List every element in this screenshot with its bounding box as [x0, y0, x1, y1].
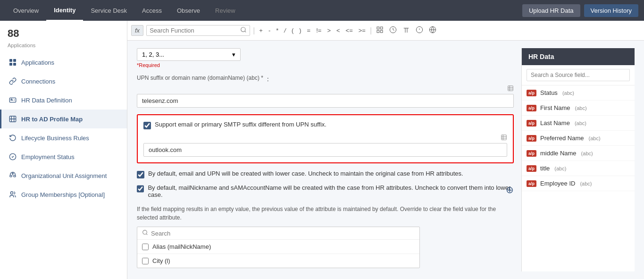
text-icon[interactable] [401, 25, 411, 36]
hr-field-item[interactable]: a/p Status (abc) [522, 85, 635, 101]
op-minus[interactable]: - [267, 26, 272, 35]
table-icon2[interactable] [501, 134, 507, 142]
op-neq[interactable]: != [315, 26, 323, 35]
smtp-checkbox[interactable] [143, 122, 151, 129]
svg-point-7 [12, 173, 14, 174]
hr-panel-title: HR Data [522, 48, 635, 65]
email-input[interactable] [143, 143, 507, 157]
plus-icon[interactable]: ⊕ [506, 184, 514, 195]
nav-overview[interactable]: Overview [6, 0, 46, 21]
upn-input[interactable] [137, 94, 514, 108]
alias-checkbox[interactable] [142, 244, 149, 250]
dropdown-row: 1, 2, 3... ▾ *Required [137, 48, 514, 68]
sidebar-item-label: HR to AD Profile Map [21, 116, 83, 123]
lowercase-checkbox[interactable] [137, 171, 144, 178]
special-icon[interactable] [427, 25, 438, 36]
form-area: 1, 2, 3... ▾ *Required UPN suffix or dom… [127, 41, 644, 279]
hr-field-name: First Name [540, 104, 570, 111]
city-checkbox[interactable] [142, 258, 149, 264]
info-icon[interactable] [414, 25, 425, 36]
hr-field-name: Preferred Name [540, 135, 584, 142]
version-history-button[interactable]: Version History [584, 4, 638, 17]
nav-identity[interactable]: Identity [46, 0, 83, 21]
op-lt[interactable]: < [335, 26, 342, 35]
hr-field-name: Employee ID [540, 180, 575, 187]
formula-bar: fx | + - * / ( ) = != > < <= >= | [127, 21, 644, 41]
sidebar-item-group-memberships[interactable]: Group Memberships [Optional] [0, 185, 127, 204]
op-lte[interactable]: <= [344, 26, 354, 35]
hr-field-type: (abc) [575, 120, 586, 126]
hr-field-icon: a/p [527, 180, 536, 187]
hr-field-item[interactable]: a/p middle Name (abc) [522, 146, 635, 161]
nav-review[interactable]: Review [208, 0, 243, 21]
divider2: | [370, 26, 372, 35]
sidebar-item-label: Group Memberships [Optional] [21, 191, 105, 198]
smtp-checkbox-label: Support email or primary SMTP suffix dif… [155, 121, 326, 128]
sidebar-item-hr-ad-map[interactable]: HR to AD Profile Map [0, 110, 127, 128]
hr-field-name: title [540, 165, 550, 172]
formula-search-wrap[interactable] [146, 25, 250, 36]
smtp-checkbox-row: Support email or primary SMTP suffix dif… [143, 121, 507, 129]
mailnickname-checkbox-section: By default, mailNickname and sAMAccountN… [137, 184, 514, 198]
svg-rect-13 [380, 30, 383, 33]
lowercase-checkbox-row: By default, email and UPN will be create… [137, 170, 514, 178]
op-eq[interactable]: = [306, 26, 312, 35]
hr-field-name: Last Name [540, 119, 570, 127]
email-field-section [143, 134, 507, 157]
nav-observe[interactable]: Observe [169, 0, 208, 21]
cycle-icon [9, 134, 17, 142]
op-rparen[interactable]: ) [298, 26, 302, 35]
hr-data-panel: HR Data a/p Status (abc) a/p First Name … [521, 48, 635, 271]
op-lparen[interactable]: ( [290, 26, 295, 35]
hr-field-item[interactable]: a/p Employee ID (abc) [522, 176, 635, 191]
sidebar-item-lifecycle[interactable]: Lifecycle Business Rules [0, 128, 127, 147]
hr-field-item[interactable]: a/p Last Name (abc) [522, 116, 635, 131]
list-item: Alias (mailNickName) [137, 240, 419, 254]
form-main: 1, 2, 3... ▾ *Required UPN suffix or dom… [137, 48, 514, 271]
id-icon [9, 96, 17, 104]
mailnickname-checkbox-row: By default, mailNickname and sAMAccountN… [137, 184, 514, 198]
sidebar-item-hr-data[interactable]: HR Data Definition [0, 91, 127, 110]
search-function-input[interactable] [150, 27, 238, 34]
mailnickname-checkbox[interactable] [137, 185, 144, 193]
nav-service-desk[interactable]: Service Desk [83, 0, 134, 21]
hr-field-icon: a/p [527, 90, 536, 96]
sidebar-item-label: Connections [21, 78, 55, 85]
hr-fields-list: a/p Status (abc) a/p First Name (abc) a/… [522, 85, 635, 191]
hr-field-item[interactable]: a/p First Name (abc) [522, 101, 635, 116]
empty-value-section: If the field mapping results in an empty… [137, 205, 514, 268]
required-label: *Required [137, 62, 514, 68]
op-plus[interactable]: + [258, 26, 264, 35]
lowercase-checkbox-section: By default, email and UPN will be create… [137, 170, 514, 178]
sidebar-item-applications[interactable]: Applications [0, 53, 127, 72]
grid-icon [9, 59, 17, 66]
hr-field-icon: a/p [527, 120, 536, 127]
link-icon [9, 77, 17, 85]
hr-field-type: (abc) [581, 151, 593, 156]
lowercase-checkbox-label: By default, email and UPN will be create… [148, 170, 463, 177]
clock-icon[interactable] [388, 25, 398, 36]
op-asterisk[interactable]: * [275, 26, 280, 35]
sidebar-item-employment-status[interactable]: Employment Status [0, 147, 127, 166]
attribute-search-input[interactable] [151, 230, 415, 237]
main-layout: 88 Applications Applications Connections… [0, 21, 644, 279]
fx-label: fx [131, 25, 143, 36]
sidebar-item-org-unit[interactable]: Organizational Unit Assignment [0, 166, 127, 185]
numbering-dropdown[interactable]: 1, 2, 3... ▾ [137, 48, 241, 61]
grid-op-icon[interactable] [375, 25, 385, 36]
hr-panel-search [522, 65, 635, 85]
svg-point-8 [10, 192, 13, 194]
hr-field-item[interactable]: a/p Preferred Name (abc) [522, 131, 635, 146]
upload-hr-data-button[interactable]: Upload HR Data [522, 4, 580, 17]
hr-field-item[interactable]: a/p title (abc) [522, 161, 635, 176]
nav-access[interactable]: Access [134, 0, 169, 21]
op-gte[interactable]: >= [357, 26, 367, 35]
table-icon[interactable] [507, 85, 514, 93]
sidebar-item-connections[interactable]: Connections [0, 72, 127, 91]
op-slash[interactable]: / [283, 26, 287, 35]
hr-search-input[interactable] [527, 69, 630, 81]
map-icon [9, 115, 17, 123]
op-gt[interactable]: > [326, 26, 332, 35]
sidebar-count: Applications [0, 42, 127, 53]
alias-label: Alias (mailNickName) [152, 243, 211, 250]
